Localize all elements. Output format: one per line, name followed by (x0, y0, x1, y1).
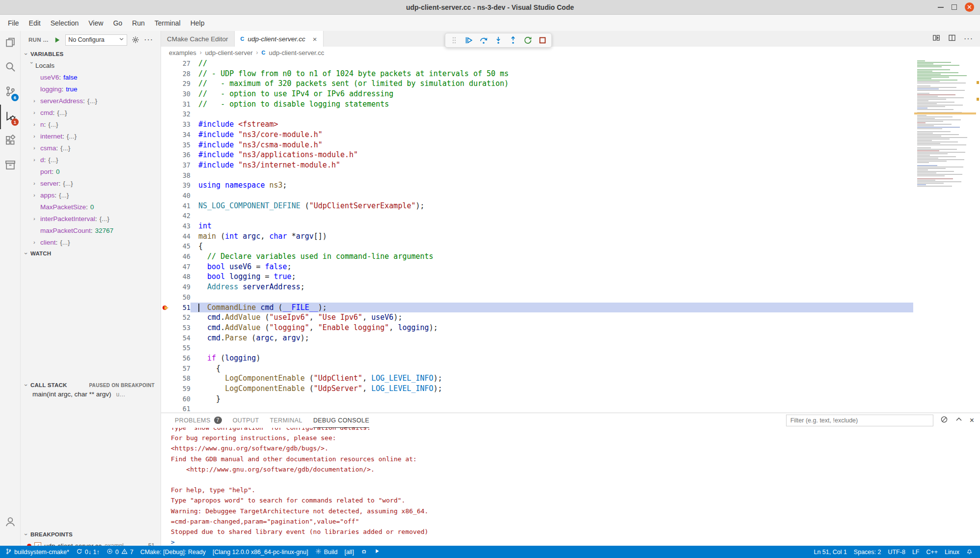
tab-cmake-cache-editor[interactable]: CMake Cache Editor (161, 31, 235, 47)
code-line[interactable]: 42 (161, 211, 980, 221)
maximize-panel-icon[interactable] (955, 416, 963, 425)
breadcrumb-item[interactable]: udp-client-server (205, 49, 253, 56)
close-tab-icon[interactable]: × (313, 35, 317, 43)
panel-tab-problems[interactable]: PROBLEMS7 (175, 413, 222, 428)
variable-row[interactable]: ›n:{...} (21, 118, 161, 130)
split-editor-icon[interactable] (948, 34, 956, 44)
code-line[interactable]: 49 Address serverAddress; (161, 282, 980, 292)
console-input-prompt[interactable]: > (171, 537, 980, 546)
variable-row[interactable]: ›server:{...} (21, 177, 161, 189)
code-line[interactable]: 46 // Declare variables used in command-… (161, 251, 980, 262)
variable-row[interactable]: logging:true (21, 83, 161, 95)
maximize-button[interactable] (952, 4, 957, 10)
panel-tab-output[interactable]: OUTPUT (233, 413, 259, 428)
account-button[interactable] (0, 512, 21, 533)
variable-row[interactable]: ›serverAddress:{...} (21, 95, 161, 107)
code-line[interactable]: 34#include "ns3/core-module.h" (161, 130, 980, 140)
sidebar-item-testing[interactable] (0, 154, 20, 178)
variable-row[interactable]: MaxPacketSize:0 (21, 201, 161, 213)
breadcrumb-item[interactable]: examples (169, 49, 196, 56)
indentation-indicator[interactable]: Spaces: 2 (850, 546, 885, 558)
code-line[interactable]: 55 (161, 343, 980, 353)
close-panel-icon[interactable]: × (970, 416, 974, 425)
menu-item-selection[interactable]: Selection (46, 17, 84, 29)
menu-item-help[interactable]: Help (186, 17, 210, 29)
cursor-position[interactable]: Ln 51, Col 1 (810, 546, 850, 558)
gear-icon[interactable] (130, 34, 141, 45)
variable-row[interactable]: ›csma:{...} (21, 142, 161, 154)
breakpoints-header[interactable]: › BREAKPOINTS (21, 529, 161, 540)
problems-indicator[interactable]: 0 7 (103, 546, 137, 558)
code-line[interactable]: 29// - maximum of 320 packets sent (or l… (161, 79, 980, 89)
minimize-button[interactable] (938, 7, 944, 8)
variable-row[interactable]: ›internet:{...} (21, 130, 161, 142)
code-line[interactable]: 45{ (161, 241, 980, 251)
code-line[interactable]: 59 LogComponentEnable ("UdpServer", LOG_… (161, 384, 980, 394)
debug-console[interactable]: Type "show configuration" for configurat… (161, 428, 980, 546)
scope-locals[interactable]: › Locals (21, 59, 161, 71)
code-line[interactable]: 36#include "ns3/applications-module.h" (161, 150, 980, 160)
variable-row[interactable]: ›interPacketInterval:{...} (21, 213, 161, 224)
menu-item-run[interactable]: Run (127, 17, 150, 29)
breakpoint-checkbox[interactable]: ✓ (34, 542, 41, 546)
open-changes-icon[interactable] (932, 34, 940, 44)
code-line[interactable]: 61 (161, 404, 980, 413)
variable-row[interactable]: ›d:{...} (21, 154, 161, 166)
code-line[interactable]: 58 LogComponentEnable ("UdpClient", LOG_… (161, 373, 980, 384)
cmake-build-button[interactable]: Build (312, 546, 341, 558)
code-line[interactable]: 60 } (161, 394, 980, 404)
toolbar-drag-handle[interactable] (448, 34, 460, 46)
os-indicator[interactable]: Linux (941, 546, 963, 558)
step-into-icon[interactable] (492, 34, 504, 46)
menu-item-view[interactable]: View (83, 17, 108, 29)
code-line[interactable]: 50 (161, 292, 980, 303)
close-button[interactable]: ✕ (965, 2, 974, 12)
variables-header[interactable]: › VARIABLES (21, 49, 161, 59)
code-line[interactable]: 41NS_LOG_COMPONENT_DEFINE ("UdpClientSer… (161, 201, 980, 211)
restart-icon[interactable] (522, 34, 534, 46)
menu-item-file[interactable]: File (3, 17, 24, 29)
more-actions-icon[interactable]: ··· (144, 35, 153, 44)
debug-config-dropdown[interactable]: No Configura (65, 34, 127, 46)
clear-console-icon[interactable] (940, 416, 948, 425)
code-line[interactable]: 32 (161, 109, 980, 119)
sidebar-item-run-debug[interactable]: 1 (0, 105, 20, 129)
variable-row[interactable]: maxPacketCount:32767 (21, 224, 161, 236)
continue-icon[interactable] (463, 34, 475, 46)
code-line[interactable]: 57 { (161, 363, 980, 374)
eol-indicator[interactable]: LF (909, 546, 923, 558)
variable-row[interactable]: ›apps:{...} (21, 189, 161, 201)
code-line[interactable]: 39using namespace ns3; (161, 180, 980, 191)
language-indicator[interactable]: C++ (923, 546, 941, 558)
code-line[interactable]: 35#include "ns3/csma-module.h" (161, 140, 980, 150)
cmake-kit[interactable]: [Clang 12.0.0 x86_64-pc-linux-gnu] (209, 546, 312, 558)
code-line[interactable]: 56 if (logging) (161, 353, 980, 363)
encoding-indicator[interactable]: UTF-8 (884, 546, 908, 558)
stack-frame[interactable]: main(int argc, char ** argv) u… (21, 391, 161, 402)
git-branch-indicator[interactable]: buildsystem-cmake* (2, 546, 73, 558)
code-line[interactable]: 54 cmd.Parse (argc, argv); (161, 333, 980, 343)
code-line[interactable]: 43int (161, 221, 980, 231)
code-line[interactable]: 30// - option to use IPv4 or IPv6 addres… (161, 89, 980, 99)
panel-tab-terminal[interactable]: TERMINAL (270, 413, 302, 428)
code-line[interactable]: 53 cmd.AddValue ("logging", "Enable logg… (161, 323, 980, 333)
more-actions-icon[interactable]: ··· (964, 34, 973, 43)
code-line[interactable]: 47 bool useV6 = false; (161, 262, 980, 272)
code-line[interactable]: 48 bool logging = true; (161, 272, 980, 282)
start-debug-button[interactable] (52, 34, 62, 45)
notifications-button[interactable] (963, 546, 976, 558)
variable-row[interactable]: ›client:{...} (21, 236, 161, 248)
variable-row[interactable]: port:0 (21, 166, 161, 177)
git-sync-indicator[interactable]: 0↓ 1↑ (73, 546, 103, 558)
variable-row[interactable]: useV6:false (21, 71, 161, 83)
menu-item-edit[interactable]: Edit (24, 17, 46, 29)
code-line[interactable]: 27// (161, 58, 980, 69)
sidebar-item-explorer[interactable] (0, 31, 20, 56)
breakpoint-item[interactable]: ✓ udp-client-server.cc exampl… 51 (21, 540, 161, 546)
breadcrumb-item[interactable]: udp-client-server.cc (269, 49, 324, 56)
step-out-icon[interactable] (507, 34, 519, 46)
tab-udp-client-server-cc[interactable]: Cudp-client-server.cc× (235, 31, 324, 47)
variable-row[interactable]: ›cmd:{...} (21, 107, 161, 118)
code-line[interactable]: 38 (161, 170, 980, 181)
sidebar-item-search[interactable] (0, 56, 20, 80)
